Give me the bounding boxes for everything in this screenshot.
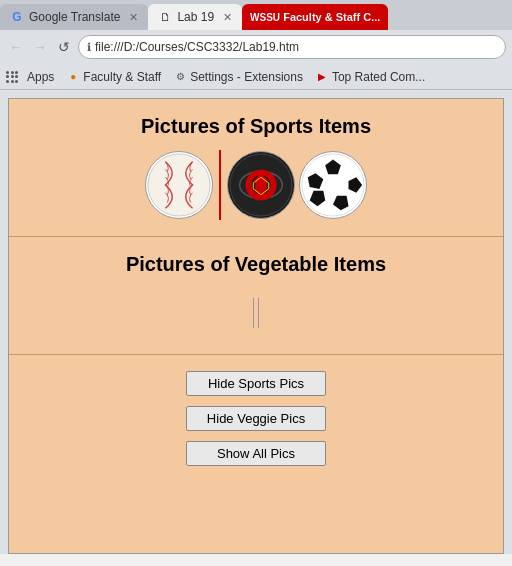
tab-google-translate-close[interactable]: ✕ xyxy=(129,11,138,24)
tab-google-translate-label: Google Translate xyxy=(29,10,120,24)
veggie-images-placeholder xyxy=(19,288,493,338)
faculty-staff-label: Faculty & Staff xyxy=(83,70,161,84)
tab-bar: G Google Translate ✕ 🗋 Lab 19 ✕ WSSU Fac… xyxy=(0,0,512,30)
sports-separator xyxy=(219,150,221,220)
lab-page: Pictures of Sports Items xyxy=(9,99,503,553)
svg-point-0 xyxy=(148,154,210,216)
settings-label: Settings - Extensions xyxy=(190,70,303,84)
veggie-title: Pictures of Vegetable Items xyxy=(19,253,493,276)
hockey-puck-image xyxy=(227,151,295,219)
reload-button[interactable]: ↺ xyxy=(54,37,74,57)
tab-lab19-label: Lab 19 xyxy=(177,10,214,24)
top-rated-favicon: ▶ xyxy=(315,70,329,84)
tab-lab19-close[interactable]: ✕ xyxy=(223,11,232,24)
hockey-puck-svg xyxy=(228,151,294,219)
faculty-staff-favicon: ● xyxy=(66,70,80,84)
secure-icon: ℹ xyxy=(87,41,91,54)
top-rated-label: Top Rated Com... xyxy=(332,70,425,84)
apps-grid-icon xyxy=(6,71,18,83)
content-area: Pictures of Sports Items xyxy=(8,98,504,554)
wssu-badge: WSSU xyxy=(250,12,280,23)
settings-favicon: ⚙ xyxy=(173,70,187,84)
bookmark-top-rated[interactable]: ▶ Top Rated Com... xyxy=(310,68,430,86)
tab-google-translate[interactable]: G Google Translate ✕ xyxy=(0,4,148,30)
soccer-svg xyxy=(300,151,366,219)
sports-images xyxy=(19,150,493,220)
bookmark-faculty-staff[interactable]: ● Faculty & Staff xyxy=(61,68,166,86)
reload-icon: ↺ xyxy=(58,39,70,55)
address-box[interactable]: ℹ file:///D:/Courses/CSC3332/Lab19.htm xyxy=(78,35,506,59)
google-translate-favicon: G xyxy=(10,10,24,24)
tab-lab19[interactable]: 🗋 Lab 19 ✕ xyxy=(148,4,242,30)
address-bar-row: ← → ↺ ℹ file:///D:/Courses/CSC3332/Lab19… xyxy=(0,30,512,64)
apps-label: Apps xyxy=(27,70,54,84)
buttons-section: Hide Sports Pics Hide Veggie Pics Show A… xyxy=(9,355,503,482)
forward-button[interactable]: → xyxy=(30,37,50,57)
sports-section: Pictures of Sports Items xyxy=(9,99,503,237)
veggie-line-2 xyxy=(258,298,259,328)
hide-veggie-button[interactable]: Hide Veggie Pics xyxy=(186,406,326,431)
back-icon: ← xyxy=(9,39,23,55)
baseball-svg xyxy=(146,151,212,219)
hide-sports-button[interactable]: Hide Sports Pics xyxy=(186,371,326,396)
address-text: file:///D:/Courses/CSC3332/Lab19.htm xyxy=(95,40,299,54)
back-button[interactable]: ← xyxy=(6,37,26,57)
browser-frame: G Google Translate ✕ 🗋 Lab 19 ✕ WSSU Fac… xyxy=(0,0,512,554)
tab-faculty-staff[interactable]: WSSU Faculty & Staff C... xyxy=(242,4,388,30)
bookmarks-bar: Apps ● Faculty & Staff ⚙ Settings - Exte… xyxy=(0,64,512,90)
lab19-favicon: 🗋 xyxy=(158,10,172,24)
veggie-line-1 xyxy=(253,298,254,328)
show-all-button[interactable]: Show All Pics xyxy=(186,441,326,466)
tab-faculty-staff-label: Faculty & Staff C... xyxy=(283,11,380,23)
bookmark-settings[interactable]: ⚙ Settings - Extensions xyxy=(168,68,308,86)
baseball-image xyxy=(145,151,213,219)
soccer-ball-image xyxy=(299,151,367,219)
bookmark-apps[interactable]: Apps xyxy=(22,68,59,86)
veggie-section: Pictures of Vegetable Items xyxy=(9,237,503,355)
sports-title: Pictures of Sports Items xyxy=(19,115,493,138)
forward-icon: → xyxy=(33,39,47,55)
